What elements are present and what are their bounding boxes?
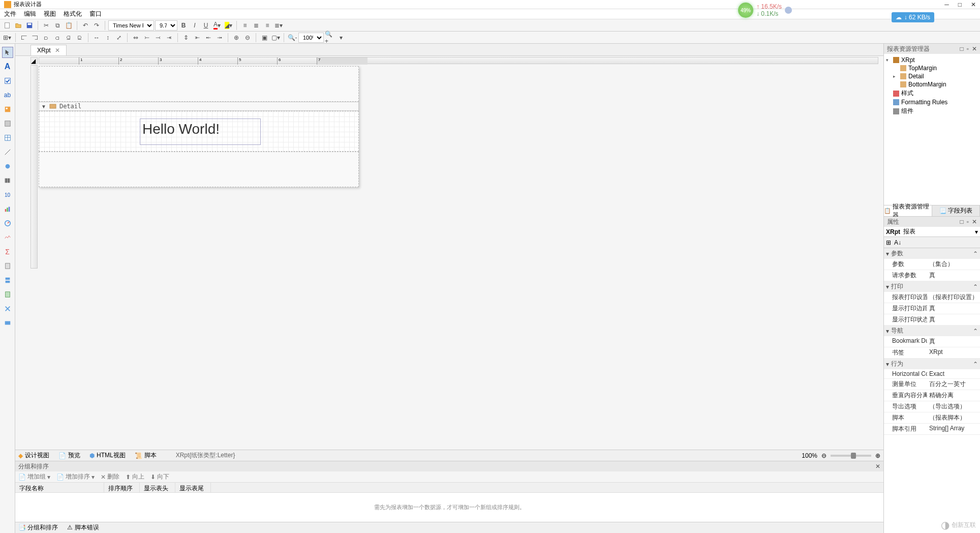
tab-xrpt[interactable]: XRpt ✕ [30,45,67,55]
tree-node[interactable]: ▸Detail [886,72,978,80]
property-grid[interactable]: ▾参数⌃参数（集合）请求参数真▾打印⌃报表打印设置（报表打印设置）显示打印边距真… [884,248,980,533]
crossband-box-tool[interactable] [2,303,13,314]
zoom-in-icon[interactable]: ⊕ [875,452,880,459]
tree-node[interactable]: Formatting Rules [886,98,978,106]
prop-row[interactable]: 脚本（报表脚本） [884,412,980,424]
shape-tool[interactable] [2,161,13,172]
font-size-select[interactable]: 9.75 [155,20,177,31]
prop-row[interactable]: 显示打印状态真 [884,314,980,325]
crossband-line-tool[interactable] [2,289,13,300]
panel-close-icon[interactable]: ✕ [972,45,977,52]
prop-row[interactable]: 书签XRpt [884,347,980,359]
redo-button[interactable]: ↷ [91,20,102,31]
zoom-fit-button[interactable]: ▾ [336,33,346,43]
richtext-tool[interactable]: ab [2,90,13,101]
dropdown-icon[interactable]: ▾ [975,228,978,235]
hspace-inc[interactable]: ⤚ [142,33,152,43]
line-tool[interactable] [2,146,13,158]
prop-row[interactable]: 报表打印设置（报表打印设置） [884,292,980,303]
maximize-button[interactable]: □ [958,1,962,8]
bottom-tab-group[interactable]: 📑 分组和排序 [18,523,58,532]
tree-node[interactable]: BottomMargin [886,80,978,88]
menu-format[interactable]: 格式化 [64,10,82,18]
align-middle[interactable]: ⫑ [64,33,74,43]
table-tool[interactable] [2,132,13,143]
add-sort-button[interactable]: 📄 增加排序▾ [56,472,95,481]
barcode-tool[interactable] [2,175,13,186]
align-right-edge[interactable]: ⫐ [41,33,51,43]
html-view-tab[interactable]: ⬢HTML视图 [89,451,126,460]
add-group-button[interactable]: 📄 增加组▾ [18,472,50,481]
bold-button[interactable]: B [178,20,189,31]
copy-button[interactable]: ⧉ [52,20,63,31]
detail-band-header[interactable]: ▼ Detail [39,102,359,111]
prop-row[interactable]: 脚本引用String[] Array [884,424,980,435]
menu-window[interactable]: 窗口 [89,10,102,18]
zoom-out-button[interactable]: 🔍- [287,33,297,43]
same-size[interactable]: ⤢ [114,33,124,43]
script-tab[interactable]: 📜脚本 [135,451,157,460]
move-up-button[interactable]: ⬆ 向上 [126,472,144,481]
send-back[interactable]: ▢▾ [270,33,281,43]
checkbox-tool[interactable] [2,75,13,86]
prop-category[interactable]: ▾参数⌃ [884,248,980,259]
prop-row[interactable]: 请求参数真 [884,270,980,281]
zipcode-tool[interactable]: 10 [2,189,13,200]
panel-pin-icon[interactable]: □ [960,45,963,52]
pointer-tool[interactable] [2,47,13,58]
prop-row[interactable]: 导出选项（导出选项） [884,401,980,412]
save-button[interactable] [24,20,35,31]
props-selection[interactable]: XRpt报表 ▾ [884,227,980,237]
highlight-button[interactable]: ◢▾ [223,20,233,31]
tree-node[interactable]: 样式 [886,88,978,98]
panel-tool[interactable] [2,118,13,129]
label-tool[interactable]: A [2,61,13,72]
hspace-dec[interactable]: ⤙ [153,33,163,43]
align-right-button[interactable]: ≡ [262,20,272,31]
preview-tab[interactable]: 📄预览 [58,451,80,460]
font-select[interactable]: Times New Ro... [108,20,154,31]
prop-row[interactable]: 显示打印边距真 [884,303,980,314]
explorer-tree[interactable]: ▾XRptTopMargin▸DetailBottomMargin样式Forma… [884,54,980,205]
pagebreak-tool[interactable] [2,275,13,286]
align-bottom[interactable]: ⫒ [75,33,85,43]
zoom-slider[interactable] [831,455,871,457]
delete-button[interactable]: ✕ 删除 [101,472,119,481]
align-justify-button[interactable]: ≣▾ [273,20,284,31]
cut-button[interactable]: ✂ [41,20,51,31]
zoom-out-icon[interactable]: ⊖ [821,452,826,459]
pivot-tool[interactable]: Σ [2,246,13,257]
prop-row[interactable]: 测量单位百分之一英寸 [884,379,980,390]
underline-button[interactable]: U [201,20,211,31]
panel-dock-icon[interactable]: ▫ [967,45,969,52]
top-margin-band[interactable] [39,66,359,102]
menu-edit[interactable]: 编辑 [24,10,36,18]
paste-button[interactable]: 📋 [64,20,74,31]
close-button[interactable]: ✕ [971,1,976,8]
alpha-sort-button[interactable]: A↓ [894,239,901,246]
italic-button[interactable]: I [190,20,200,31]
vspace-inc[interactable]: ⤜ [192,33,202,43]
hspace-equal[interactable]: ⇔ [131,33,141,43]
pageinfo-tool[interactable] [2,317,13,329]
gauge-tool[interactable] [2,218,13,229]
align-left-button[interactable]: ≡ [240,20,250,31]
vspace-remove[interactable]: ⤞ [215,33,225,43]
prop-row[interactable]: Horizontal ConExact [884,369,980,379]
vspace-equal[interactable]: ⇕ [181,33,191,43]
align-top[interactable]: ⫏ [52,33,63,43]
new-button[interactable] [2,20,12,31]
prop-row[interactable]: 垂直内容分离精确分离 [884,390,980,401]
undo-button[interactable]: ↶ [80,20,90,31]
center-h[interactable]: ⊕ [231,33,241,43]
designer-view-tab[interactable]: ◆设计视图 [18,451,49,460]
tab-close-button[interactable]: ✕ [55,47,60,54]
same-width[interactable]: ↔ [91,33,102,43]
prop-row[interactable]: 参数（集合） [884,259,980,270]
sparkline-tool[interactable] [2,232,13,243]
bottom-tab-errors[interactable]: ⚠ 脚本错误 [67,523,99,532]
categorize-button[interactable]: ⊞ [886,239,891,246]
label-hello[interactable]: Hello World! [140,119,261,145]
subreport-tool[interactable] [2,260,13,272]
menu-view[interactable]: 视图 [44,10,56,18]
